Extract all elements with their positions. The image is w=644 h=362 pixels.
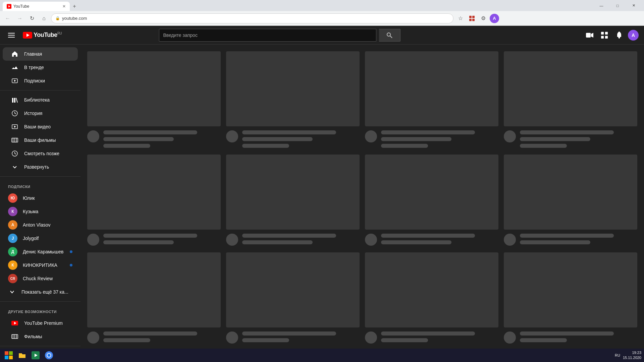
taskbar-files-button[interactable] xyxy=(16,349,28,361)
user-avatar[interactable]: A xyxy=(628,30,639,41)
sidebar-item-denis[interactable]: Д Денис Карамышев xyxy=(3,245,78,258)
sidebar-item-watch-later[interactable]: Смотреть позже xyxy=(3,147,78,160)
skeleton-avatar xyxy=(226,130,238,142)
skeleton-line xyxy=(381,234,475,238)
denis-avatar: Д xyxy=(8,247,17,256)
chevron-down-icon xyxy=(8,288,16,296)
upload-video-button[interactable] xyxy=(584,29,596,41)
reload-button[interactable]: ↻ xyxy=(27,13,37,23)
hamburger-menu-button[interactable] xyxy=(5,29,17,41)
new-tab-button[interactable]: + xyxy=(70,2,79,11)
sidebar-your-movies-label: Ваши фильмы xyxy=(24,137,56,143)
windows-start-button[interactable] xyxy=(3,349,15,361)
skeleton-line xyxy=(520,240,590,244)
search-input[interactable] xyxy=(159,29,376,42)
skeleton-thumbnail xyxy=(226,51,360,126)
sidebar-item-kinokritika[interactable]: К КИНОКРИТИКА xyxy=(3,258,78,272)
window-controls: — □ ✕ xyxy=(594,0,641,11)
sidebar-item-anton-vlasov[interactable]: A Anton Vlasov xyxy=(3,218,78,232)
taskbar-chrome-button[interactable] xyxy=(43,349,55,361)
active-tab[interactable]: YouTube ✕ xyxy=(3,2,70,11)
svg-rect-15 xyxy=(601,32,604,35)
sidebar-item-yulik[interactable]: Ю Юлик xyxy=(3,191,78,205)
subscriptions-section-title: ПОДПИСКИ xyxy=(0,179,80,191)
svg-rect-13 xyxy=(586,33,591,38)
search-area xyxy=(159,29,400,42)
ssl-lock-icon: 🔒 xyxy=(55,16,60,20)
your-videos-icon xyxy=(11,123,19,131)
skeleton-line xyxy=(520,137,590,141)
skeleton-card-5 xyxy=(87,155,221,246)
youtube-logo[interactable]: YouTubeRU xyxy=(23,32,62,39)
browser-profile[interactable]: A xyxy=(490,14,499,23)
minimize-button[interactable]: — xyxy=(594,0,609,11)
taskbar-right: RU 19:23 15.11.2020 xyxy=(615,350,641,361)
anton-vlasov-avatar: A xyxy=(8,220,17,230)
close-button[interactable]: ✕ xyxy=(626,0,641,11)
sidebar-main-section: Главная В тренде Подписки xyxy=(0,45,80,90)
sidebar-item-home[interactable]: Главная xyxy=(3,47,78,61)
svg-marker-27 xyxy=(14,126,16,128)
skeleton-info xyxy=(504,331,637,344)
skeleton-line xyxy=(381,144,428,148)
skeleton-line xyxy=(103,234,197,238)
taskbar-date-display: 15.11.2020 xyxy=(623,355,641,360)
maximize-button[interactable]: □ xyxy=(610,0,625,11)
skeleton-thumbnail xyxy=(226,155,360,230)
jolygolf-label: Jolygolf xyxy=(23,236,72,241)
taskbar: RU 19:23 15.11.2020 xyxy=(0,349,644,362)
movies-icon xyxy=(11,333,19,341)
sidebar-your-videos-label: Ваши видео xyxy=(24,124,51,129)
sidebar-item-expand[interactable]: Развернуть xyxy=(3,160,78,174)
sidebar-other-section: ДРУГИЕ ВОЗМОЖНОСТИ YouTube Premium xyxy=(0,302,80,346)
sidebar-item-library[interactable]: Библиотека xyxy=(3,93,78,107)
skeleton-line xyxy=(103,137,174,141)
sidebar-item-history[interactable]: История xyxy=(3,107,78,120)
taskbar-media-button[interactable] xyxy=(30,349,42,361)
home-button[interactable]: ⌂ xyxy=(39,13,49,23)
settings-icon[interactable]: ⚙ xyxy=(478,13,488,23)
other-section-title: ДРУГИЕ ВОЗМОЖНОСТИ xyxy=(0,304,80,316)
sidebar-item-yt-premium[interactable]: YouTube Premium xyxy=(3,316,78,330)
your-movies-icon xyxy=(11,136,19,144)
sidebar-item-movies[interactable]: Фильмы xyxy=(3,330,78,343)
sidebar-item-jolygolf[interactable]: J Jolygolf xyxy=(3,232,78,245)
svg-rect-4 xyxy=(469,19,472,21)
youtube-header: YouTubeRU xyxy=(0,26,644,45)
sidebar-item-your-movies[interactable]: Ваши фильмы xyxy=(3,133,78,147)
show-more-subscriptions[interactable]: Показать ещё 37 ка... xyxy=(3,285,78,299)
sidebar-subscriptions-section: ПОДПИСКИ Ю Юлик К Кузьма A Anton Vlasov xyxy=(0,177,80,302)
skeleton-line xyxy=(520,144,567,148)
header-right: A xyxy=(584,29,639,41)
sidebar-item-your-videos[interactable]: Ваши видео xyxy=(3,120,78,133)
sidebar-expand-label: Развернуть xyxy=(24,164,49,170)
search-button[interactable] xyxy=(379,29,400,42)
skeleton-thumbnail xyxy=(87,155,221,230)
svg-rect-42 xyxy=(9,356,13,359)
back-button[interactable]: ← xyxy=(3,13,13,23)
notifications-button[interactable] xyxy=(613,29,625,41)
svg-rect-40 xyxy=(9,351,13,355)
tab-title: YouTube xyxy=(13,4,60,9)
library-icon xyxy=(11,96,19,104)
skeleton-thumbnail xyxy=(504,155,637,230)
skeleton-info xyxy=(226,331,360,344)
skeleton-avatar xyxy=(365,130,377,142)
skeleton-card-2 xyxy=(226,51,360,148)
sidebar-item-subscriptions[interactable]: Подписки xyxy=(3,74,78,87)
sidebar-secondary-section: Библиотека История Ваши видео xyxy=(0,90,80,177)
sidebar-item-trending[interactable]: В тренде xyxy=(3,61,78,74)
sidebar-trending-label: В тренде xyxy=(24,65,44,70)
tab-close-button[interactable]: ✕ xyxy=(62,4,66,9)
forward-button[interactable]: → xyxy=(15,13,25,23)
skeleton-card-7 xyxy=(365,155,498,246)
apps-grid-button[interactable] xyxy=(598,29,610,41)
address-bar[interactable]: 🔒 youtube.com xyxy=(51,13,453,23)
sidebar-item-chuck-review[interactable]: CR Chuck Review xyxy=(3,272,78,285)
skeleton-line xyxy=(242,331,336,336)
extensions-icon[interactable] xyxy=(467,13,477,23)
skeleton-text xyxy=(520,130,637,148)
bookmark-star-icon[interactable]: ☆ xyxy=(455,13,466,23)
sidebar-item-kuzma[interactable]: К Кузьма xyxy=(3,205,78,218)
taskbar-clock: 19:23 15.11.2020 xyxy=(623,350,641,361)
